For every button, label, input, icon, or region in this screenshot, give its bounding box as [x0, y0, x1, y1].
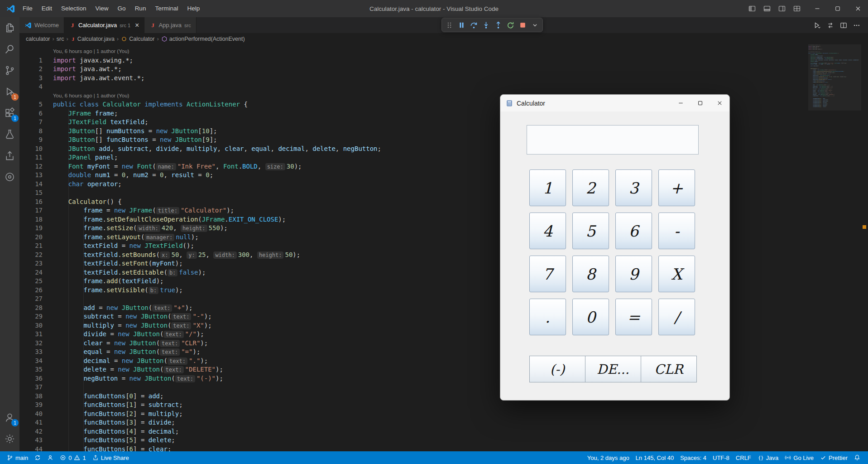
calc-button-0[interactable]: 1 — [529, 169, 566, 206]
calc-button-5[interactable]: 5 — [572, 213, 609, 249]
toggle-sidebar-button[interactable] — [744, 0, 759, 17]
calculator-minimize-button[interactable] — [671, 95, 691, 111]
calc-button-1[interactable]: 2 — [572, 169, 609, 206]
run-button[interactable] — [811, 19, 823, 31]
step-out-button[interactable] — [493, 19, 504, 31]
close-icon[interactable]: × — [135, 22, 139, 29]
search-icon — [4, 44, 15, 55]
calc-button-4[interactable]: 4 — [529, 213, 566, 249]
calc-button-15[interactable]: / — [658, 299, 695, 335]
line-number: 4 — [19, 82, 43, 92]
tab-welcome[interactable]: Welcome — [19, 17, 64, 33]
breadcrumb-item[interactable]: JCalculator.java — [71, 36, 115, 42]
status-eol[interactable]: CRLF — [733, 451, 754, 464]
pause-button[interactable] — [456, 19, 467, 31]
more-actions-button[interactable] — [851, 19, 863, 31]
live-share-activity-button[interactable] — [0, 145, 19, 166]
calc-button-13[interactable]: 0 — [572, 299, 609, 335]
calc-button-14[interactable]: = — [615, 299, 652, 335]
calc-button-2[interactable]: 3 — [615, 169, 652, 206]
codelens[interactable]: You, 6 hours ago | 1 author (You) — [53, 47, 129, 56]
calculator-maximize-button[interactable] — [691, 95, 710, 111]
drag-grip-button[interactable] — [444, 19, 455, 31]
menu-edit[interactable]: Edit — [37, 0, 57, 17]
compare-changes-button[interactable] — [825, 19, 836, 31]
calc-button-3[interactable]: + — [658, 169, 695, 206]
tab-app-java[interactable]: JApp.javasrc — [144, 17, 196, 33]
scrollbar[interactable] — [861, 44, 868, 451]
breadcrumb: calculator›src›JCalculator.java›Calculat… — [19, 33, 868, 44]
status-gitlens-blame[interactable]: You, 2 days ago — [584, 451, 633, 464]
calc-bottom-button-0[interactable]: (-) — [529, 356, 585, 382]
maximize-button[interactable] — [827, 0, 848, 17]
extensions-activity-button[interactable]: 1 — [0, 102, 19, 124]
status-notifications[interactable] — [851, 451, 863, 464]
customize-layout-button[interactable] — [789, 0, 804, 17]
step-over-button[interactable] — [468, 19, 480, 31]
code-line: 4 — [19, 82, 808, 92]
status-live-share-contacts[interactable] — [44, 451, 57, 464]
menu-selection[interactable]: Selection — [57, 0, 91, 17]
search-activity-button[interactable] — [0, 39, 19, 60]
step-into-icon — [482, 21, 490, 29]
remote-explorer-activity-button[interactable] — [0, 166, 19, 188]
breadcrumb-item[interactable]: actionPerformed(ActionEvent) — [161, 36, 245, 42]
status-sync[interactable] — [31, 451, 44, 464]
stop-button[interactable] — [517, 19, 528, 31]
minimap-line: funcButtons[6] = clear; — [808, 106, 861, 107]
status-problems[interactable]: 01 — [57, 451, 89, 464]
breadcrumb-item[interactable]: calculator — [26, 36, 50, 42]
codelens[interactable]: You, 6 hours ago | 1 author (You) — [53, 92, 129, 101]
tab-calculator-java[interactable]: JCalculator.javasrc 1× — [64, 17, 144, 33]
source-control-activity-button[interactable] — [0, 60, 19, 81]
menu-terminal[interactable]: Terminal — [150, 0, 182, 17]
breadcrumb-item[interactable]: Calculator — [121, 36, 154, 42]
calc-button-11[interactable]: X — [658, 256, 695, 292]
menu-file[interactable]: File — [18, 0, 37, 17]
status-live-share[interactable]: Live Share — [89, 451, 132, 464]
run-and-debug-activity-button[interactable]: 1 — [0, 81, 19, 102]
status-go-live[interactable]: Go Live — [782, 451, 817, 464]
minimap[interactable]: You, 6 hours ago | 1 author (You)import … — [808, 44, 861, 451]
calc-button-7[interactable]: - — [658, 213, 695, 249]
minimize-button[interactable] — [807, 0, 827, 17]
status-prettier[interactable]: Prettier — [817, 451, 851, 464]
calc-button-6[interactable]: 6 — [615, 213, 652, 249]
explorer-activity-button[interactable] — [0, 17, 19, 39]
status-cursor-position[interactable]: Ln 145, Col 40 — [633, 451, 677, 464]
settings-activity-button[interactable] — [0, 428, 19, 450]
toggle-secondary-sidebar-button[interactable] — [774, 0, 789, 17]
menu-view[interactable]: View — [91, 0, 113, 17]
status-branch[interactable]: main — [4, 451, 31, 464]
calc-button-8[interactable]: 7 — [529, 256, 566, 292]
menu-run[interactable]: Run — [130, 0, 151, 17]
status-encoding[interactable]: UTF-8 — [710, 451, 733, 464]
calculator-close-button[interactable] — [710, 95, 729, 111]
close-button[interactable] — [848, 0, 868, 17]
step-into-button[interactable] — [480, 19, 492, 31]
breadcrumb-separator: › — [157, 35, 158, 42]
breadcrumb-item[interactable]: src — [57, 36, 64, 42]
dropdown-button[interactable] — [529, 19, 541, 31]
line-number: 38 — [19, 392, 43, 401]
titlebar-layout-icons — [744, 0, 804, 17]
calc-button-9[interactable]: 8 — [572, 256, 609, 292]
split-editor-button[interactable] — [838, 19, 849, 31]
status-language-mode[interactable]: {}Java — [754, 451, 782, 464]
accounts-activity-button[interactable]: 1 — [0, 407, 19, 428]
toggle-panel-button[interactable] — [759, 0, 774, 17]
calc-button-12[interactable]: . — [529, 299, 566, 335]
calculator-title-bar[interactable]: Calculator — [500, 95, 729, 111]
code-editor[interactable]: You, 6 hours ago | 1 author (You)1import… — [19, 44, 868, 451]
indent-guide — [83, 215, 84, 452]
restart-button[interactable] — [505, 19, 516, 31]
restart-icon — [507, 21, 514, 29]
line-number: 8 — [19, 127, 43, 136]
calc-bottom-button-2[interactable]: CLR — [641, 356, 697, 382]
menu-help[interactable]: Help — [182, 0, 204, 17]
status-indentation[interactable]: Spaces: 4 — [677, 451, 710, 464]
calc-bottom-button-1[interactable]: DE... — [585, 356, 641, 382]
testing-activity-button[interactable] — [0, 124, 19, 145]
menu-go[interactable]: Go — [113, 0, 130, 17]
calc-button-10[interactable]: 9 — [615, 256, 652, 292]
